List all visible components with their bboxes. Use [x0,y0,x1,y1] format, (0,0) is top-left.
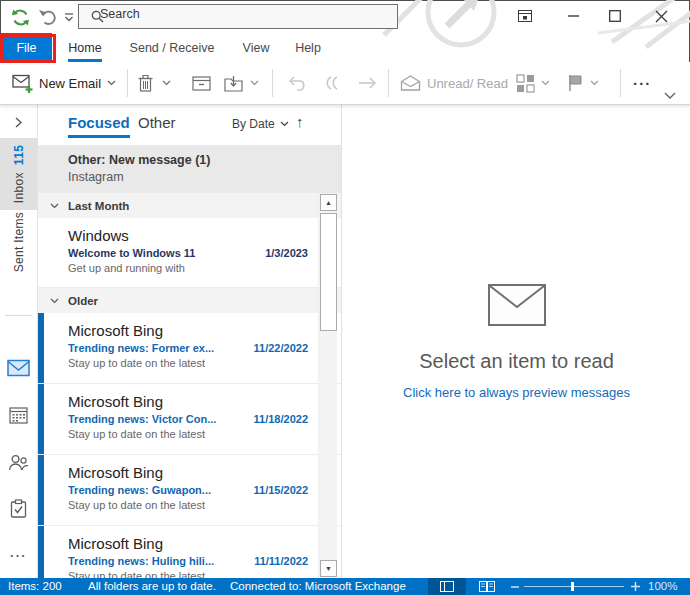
undo-quick-button[interactable] [37,6,59,28]
open-envelope-icon [400,75,421,91]
email-list-item[interactable]: Microsoft Bing Trending news: Huling hil… [38,526,341,578]
chevron-down-icon [590,80,599,86]
close-button[interactable] [644,0,678,32]
preview-messages-link[interactable]: Click here to always preview messages [403,385,630,400]
status-connection: Connected to: Microsoft Exchange [230,580,406,592]
ribbon-display-options-button[interactable] [508,0,542,32]
folder-move-icon [224,75,243,92]
banner-subtitle: Instagram [68,169,331,185]
section-header-older[interactable]: Older [38,288,341,313]
maximize-button[interactable] [598,0,632,32]
banner-title: Other: New message (1) [68,152,331,169]
email-sender: Microsoft Bing [68,463,308,482]
chevron-down-icon [162,80,171,86]
ribbon-toolbar: New Email [0,62,690,105]
tasks-icon [10,499,27,518]
status-folders: All folders are up to date. [88,580,216,592]
double-back-arrow-icon [322,76,340,90]
tab-file[interactable]: File [1,33,52,62]
zoom-level[interactable]: 100% [648,580,677,592]
reading-pane: Select an item to read Click here to alw… [343,105,690,578]
follow-up-flag-button[interactable] [568,62,599,104]
search-input[interactable]: Search [78,4,398,29]
title-bar: Search [0,0,690,33]
nav-mail-button[interactable] [0,355,37,381]
nav-tasks-button[interactable] [0,495,37,521]
move-to-dropdown-button[interactable] [250,62,259,104]
more-commands-button[interactable]: ... [633,58,652,100]
list-scrollbar[interactable]: ▲ ▼ [318,193,337,578]
email-subject: Trending news: Former ex... [68,342,246,354]
email-snippet: Stay up to date on the latest [68,356,308,371]
archive-button[interactable] [192,62,211,104]
delete-dropdown-button[interactable] [162,62,171,104]
zoom-in-button[interactable] [628,578,642,595]
undo-icon [39,9,57,25]
email-date: 11/22/2022 [254,342,308,354]
tab-focused[interactable]: Focused [68,114,130,131]
layout-view-icon [440,581,454,592]
reading-view-button[interactable] [472,578,502,595]
ellipsis-icon: ... [633,71,652,88]
delete-button[interactable] [138,62,153,104]
move-to-button[interactable] [224,62,243,104]
ellipsis-icon: ... [10,545,27,560]
tab-help[interactable]: Help [288,33,328,62]
empty-state-envelope-icon [488,284,546,326]
chevron-down-icon [50,203,59,209]
nav-calendar-button[interactable] [0,402,37,428]
chevron-down-icon [280,121,289,127]
minimize-button[interactable] [556,0,590,32]
unread-read-button[interactable]: Unread/ Read [400,62,508,104]
email-list-item[interactable]: Microsoft Bing Trending news: Guwapon...… [38,455,341,526]
nav-more-button[interactable]: ... [0,539,37,565]
tab-home[interactable]: Home [62,33,108,62]
email-list-item[interactable]: Microsoft Bing Trending news: Former ex.… [38,313,341,384]
sort-dropdown[interactable]: By Date [232,117,289,131]
email-sender: Microsoft Bing [68,392,308,411]
notification-banner[interactable]: Other: New message (1) Instagram [38,145,341,193]
calendar-icon [9,406,28,424]
scroll-thumb[interactable] [320,213,337,331]
status-bar: Items: 200 All folders are up to date. C… [0,578,690,595]
zoom-slider[interactable] [524,586,624,587]
folder-pane-expand-button[interactable] [0,111,37,133]
email-subject: Trending news: Victor Con... [68,413,246,425]
sort-label: By Date [232,117,275,131]
status-items-count: Items: 200 [8,580,62,592]
tab-view[interactable]: View [236,33,276,62]
scroll-up-button[interactable]: ▲ [320,194,337,211]
trash-icon [138,74,153,92]
minus-icon [511,586,519,588]
ribbon-display-options-icon [518,10,532,22]
collapse-ribbon-button[interactable] [664,88,676,104]
quick-steps-button[interactable] [516,62,550,104]
chevron-down-icon [664,92,676,100]
layout-view-button[interactable] [428,578,466,595]
chevron-down-icon [107,80,116,86]
section-header-last-month[interactable]: Last Month [38,193,341,218]
chevron-bar-down-icon [64,13,74,22]
sidebar-item-sent-items[interactable]: Sent Items [0,211,37,273]
sidebar-item-inbox[interactable]: Inbox115 [0,138,37,210]
email-snippet: Stay up to date on the latest [68,569,308,578]
zoom-out-button[interactable] [508,578,522,595]
nav-people-button[interactable] [0,449,37,475]
chevron-down-icon [541,80,550,86]
undo-arrow-icon [288,75,308,91]
customize-quick-access-button[interactable] [61,6,77,28]
forward-button[interactable] [358,62,378,104]
send-receive-sync-button[interactable] [9,6,31,28]
email-list-item[interactable]: Microsoft Bing Trending news: Victor Con… [38,384,341,455]
scroll-down-button[interactable]: ▼ [320,560,337,577]
email-list-item[interactable]: Windows Welcome to Windows 11 1/3/2023 G… [38,218,341,288]
tab-send-receive[interactable]: Send / Receive [124,33,220,62]
new-email-button[interactable]: New Email [12,62,116,104]
undo-button[interactable] [288,62,308,104]
chevron-down-icon [50,298,59,304]
tab-other[interactable]: Other [138,114,176,131]
sort-direction-button[interactable]: ↑ [296,113,304,130]
zoom-slider-thumb[interactable] [571,582,574,591]
reply-all-button[interactable] [322,62,340,104]
plus-icon [631,582,640,591]
